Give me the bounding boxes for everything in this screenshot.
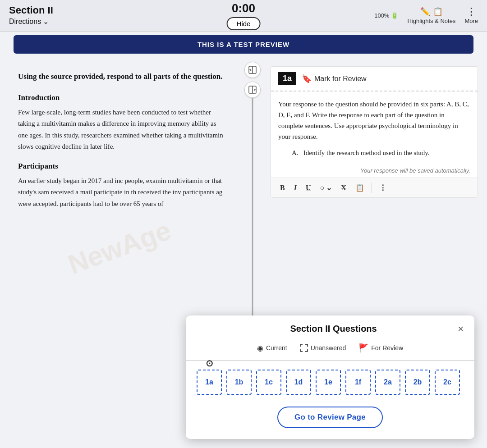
hide-button[interactable]: Hide: [227, 17, 261, 30]
legend-for-review: 🚩 For Review: [358, 343, 403, 353]
watermark: NewAge: [64, 215, 175, 280]
question-body: Your response to the question should be …: [271, 91, 478, 165]
modal-title: Section II Questions: [209, 324, 458, 334]
legend-for-review-label: For Review: [371, 344, 403, 352]
header: Section II Directions ⌄ 0:00 Hide 100% 🔋…: [0, 0, 487, 32]
more-label: More: [464, 18, 478, 24]
toolbar-divider: [372, 183, 372, 193]
item-a-text: Identify the research method used in the…: [303, 149, 430, 156]
question-text: Your response to the question should be …: [278, 99, 470, 142]
more-button[interactable]: ⋮ More: [464, 7, 478, 24]
question-id-label: 1e: [324, 378, 332, 386]
question-item-2a[interactable]: 2a: [375, 370, 400, 395]
editor-toolbar: B I U ○ ⌄ X 📋 ⋮: [271, 178, 478, 197]
expand-left-icon[interactable]: [244, 62, 261, 78]
modal-header: Section II Questions ×: [186, 315, 474, 339]
battery-info: 100% 🔋: [374, 12, 398, 19]
highlights-notes-button[interactable]: ✏️ 📋 Highlights & Notes: [407, 7, 455, 24]
bookmark-icon: 🔖: [302, 74, 312, 84]
auto-save-note: Your response will be saved automaticall…: [271, 165, 478, 178]
current-pin-icon: ◉: [257, 344, 263, 352]
current-pin: ⊙: [206, 358, 213, 369]
test-preview-banner: THIS IS A TEST PREVIEW: [14, 35, 473, 54]
question-id-label: 1d: [294, 378, 303, 386]
questions-grid: ⊙1a1b1c1d1e1f2a2b2c: [186, 361, 474, 399]
more-dots-icon: ⋮: [466, 7, 476, 17]
question-item-a: A. Identify the research method used in …: [292, 147, 470, 158]
question-id-label: 1c: [265, 378, 273, 386]
question-id-label: 1b: [235, 378, 244, 386]
question-item-1c[interactable]: 1c: [256, 370, 281, 395]
question-id-label: 1f: [355, 378, 361, 386]
introduction-text: Few large-scale, long-term studies have …: [18, 107, 225, 153]
strikethrough-button[interactable]: X: [337, 182, 350, 194]
question-id-label: 1a: [205, 378, 213, 386]
banner-text: THIS IS A TEST PREVIEW: [198, 41, 289, 48]
question-number-badge: 1a: [278, 72, 296, 85]
mark-review-label: Mark for Review: [314, 75, 367, 83]
notes-icon: 📋: [433, 7, 443, 17]
directions-button[interactable]: Directions ⌄: [9, 16, 53, 27]
header-right: 100% 🔋 ✏️ 📋 Highlights & Notes ⋮ More: [374, 7, 478, 24]
question-item-2c[interactable]: 2c: [435, 370, 460, 395]
question-id-label: 2a: [384, 378, 392, 386]
unanswered-box-icon: [300, 344, 308, 352]
expand-right-icon[interactable]: [244, 82, 261, 98]
underline-button[interactable]: U: [302, 182, 315, 194]
question-item-1b[interactable]: 1b: [226, 370, 252, 395]
legend-current-label: Current: [266, 344, 287, 352]
italic-button[interactable]: I: [290, 182, 300, 194]
legend-current: ◉ Current: [257, 344, 287, 352]
timer-display: 0:00: [232, 1, 255, 15]
bold-button[interactable]: B: [276, 182, 289, 194]
question-header: 1a 🔖 Mark for Review: [271, 67, 478, 91]
more-toolbar-button[interactable]: ⋮: [376, 182, 390, 194]
battery-icon: 🔋: [391, 12, 398, 19]
question-id-label: 2c: [443, 378, 451, 386]
legend-unanswered: Unanswered: [300, 344, 346, 352]
question-item-1e[interactable]: 1e: [316, 370, 341, 395]
highlights-notes-icons: ✏️ 📋: [420, 7, 443, 17]
participants-text: An earlier study began in 2017 and inc p…: [18, 175, 225, 210]
question-item-1d[interactable]: 1d: [286, 370, 311, 395]
question-card: 1a 🔖 Mark for Review Your response to th…: [271, 66, 478, 198]
introduction-heading: Introduction: [18, 93, 225, 102]
chevron-down-icon: ⌄: [43, 17, 49, 26]
battery-percent: 100%: [374, 12, 389, 19]
pencil-icon: ✏️: [420, 7, 430, 17]
directions-label: Directions: [9, 18, 41, 26]
prompt-text: Using the source provided, respond to al…: [18, 71, 225, 82]
modal-close-button[interactable]: ×: [458, 324, 464, 334]
color-button[interactable]: ○ ⌄: [316, 182, 335, 194]
item-a-label: A.: [292, 149, 299, 156]
header-center: 0:00 Hide: [227, 1, 261, 30]
participants-heading: Participants: [18, 162, 225, 171]
question-item-1f[interactable]: 1f: [345, 370, 371, 395]
copy-button[interactable]: 📋: [352, 182, 368, 194]
goto-review-button[interactable]: Go to Review Page: [277, 407, 383, 428]
section-title: Section II: [9, 5, 53, 16]
question-id-label: 2b: [413, 378, 422, 386]
question-item-1a[interactable]: ⊙1a: [197, 370, 222, 395]
modal-legend: ◉ Current Unanswered 🚩 For Review: [186, 339, 474, 361]
review-flag-icon: 🚩: [358, 343, 368, 353]
header-left: Section II Directions ⌄: [9, 5, 53, 27]
questions-modal: Section II Questions × ◉ Current Unanswe…: [186, 315, 474, 439]
legend-unanswered-label: Unanswered: [311, 344, 346, 352]
mark-for-review-button[interactable]: 🔖 Mark for Review: [302, 74, 367, 84]
highlights-notes-label: Highlights & Notes: [407, 18, 455, 24]
question-item-2b[interactable]: 2b: [405, 370, 430, 395]
